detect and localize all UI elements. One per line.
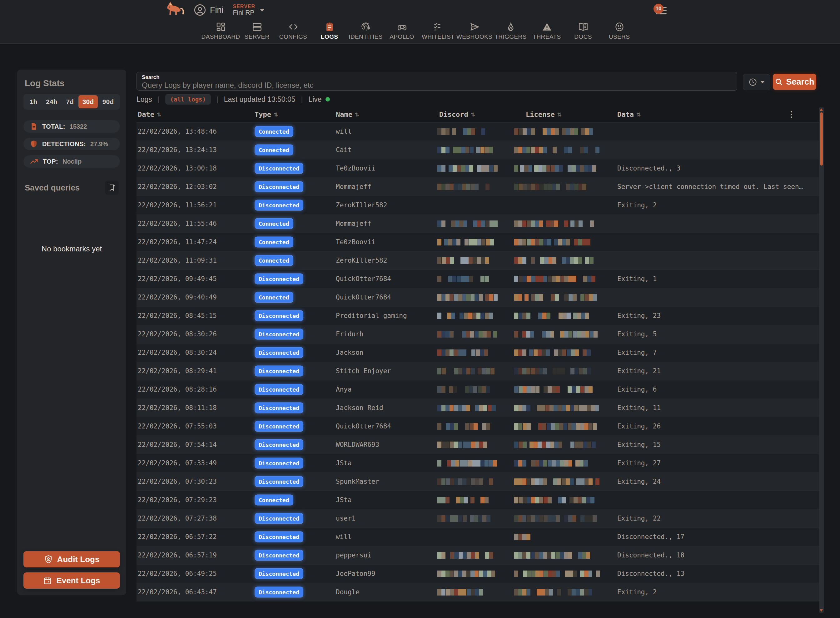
file-icon [30,122,38,131]
search-field[interactable]: Search [137,72,737,91]
range-90d[interactable]: 90d [98,95,118,108]
table-row[interactable]: 22/02/2026, 09:49:45DisconnectedQuickOtt… [137,270,819,288]
range-24h[interactable]: 24h [42,95,61,108]
column-header-discord[interactable]: Discord⇅ [439,111,475,118]
table-row[interactable]: 22/02/2026, 07:54:14DisconnectedWORLDWAR… [137,435,819,454]
nav-item-configs[interactable]: CONFIGS [275,22,311,40]
user-circle-icon [194,4,206,16]
row-data-text [617,288,805,306]
column-header-date[interactable]: Date⇅ [138,111,161,118]
table-row[interactable]: 22/02/2026, 12:03:02DisconnectedMommajef… [137,178,819,196]
scroll-down-arrow-icon[interactable] [820,609,823,612]
stat-value: 15322 [70,123,87,130]
row-data-text: Exiting, 15 [617,435,805,454]
table-row[interactable]: 22/02/2026, 13:00:18DisconnectedTe0zBoov… [137,159,819,178]
table-row[interactable]: 22/02/2026, 08:45:15DisconnectedPreditor… [137,307,819,325]
nav-label: IDENTITIES [349,33,383,40]
vertical-scrollbar[interactable] [819,107,824,613]
checklist-icon [433,22,443,32]
nav-item-apollo[interactable]: APOLLO [384,22,420,40]
table-row[interactable]: 22/02/2026, 11:56:21DisconnectedZeroKIll… [137,196,819,214]
nav-item-threats[interactable]: THREATS [529,22,565,40]
row-date: 22/02/2026, 08:30:26 [138,325,253,343]
redacted-value [437,368,495,374]
row-date: 22/02/2026, 06:43:47 [138,583,253,601]
row-data-text: Disconnected., 17 [617,528,805,546]
table-row[interactable]: 22/02/2026, 13:24:13ConnectedCait [137,141,819,159]
column-header-data[interactable]: Data⇅ [617,111,641,118]
range-7d[interactable]: 7d [62,95,78,108]
nav-item-triggers[interactable]: TRIGGERS [493,22,529,40]
redacted-value [514,589,593,596]
nav-item-identities[interactable]: IDENTITIES [348,22,384,40]
redacted-value [437,460,497,466]
row-player-name: QuickOtter7684 [336,417,436,435]
row-player-name: peppersui [336,546,436,564]
nav-item-dashboard[interactable]: DASHBOARD [203,22,239,40]
nav-item-docs[interactable]: DOCS [565,22,601,40]
search-input[interactable] [142,80,732,90]
column-header-name[interactable]: Name⇅ [336,111,359,118]
filter-pill[interactable]: (all logs) [165,94,211,105]
table-row[interactable]: 22/02/2026, 11:09:31ConnectedZeroKIller5… [137,251,819,270]
stat-top: TOP: Noclip [24,155,120,168]
column-header-license[interactable]: License⇅ [526,111,562,118]
row-data-text: Disconnected., 18 [617,546,805,564]
table-row[interactable]: 22/02/2026, 09:40:49ConnectedQuickOtter7… [137,288,819,307]
nav-label: USERS [609,33,630,40]
column-header-type[interactable]: Type⇅ [254,111,278,118]
nav-item-webhooks[interactable]: WEBHOOKS [456,22,493,40]
scrollbar-thumb[interactable] [820,113,823,165]
row-data-text: Exiting, 21 [617,362,805,380]
row-date: 22/02/2026, 11:09:31 [138,251,253,269]
nav-item-logs[interactable]: LOGS [311,22,348,40]
table-row[interactable]: 22/02/2026, 07:27:38Disconnecteduser1Exi… [137,510,819,528]
trend-up-icon [30,157,39,166]
row-date: 22/02/2026, 08:29:41 [138,362,253,380]
range-1h[interactable]: 1h [25,95,42,108]
table-row[interactable]: 22/02/2026, 07:30:23DisconnectedSpunkMas… [137,472,819,491]
nav-item-whitelist[interactable]: WHITELIST [420,22,456,40]
search-button[interactable]: Search [773,74,816,90]
table-row[interactable]: 22/02/2026, 06:57:19Disconnectedpeppersu… [137,546,819,565]
event-logs-button[interactable]: Event Logs [24,572,120,589]
redacted-value [437,331,505,337]
server-icon [252,22,262,32]
redacted-value [437,570,495,577]
table-row[interactable]: 22/02/2026, 07:29:23ConnectedJSta [137,491,819,510]
audit-logs-button[interactable]: Audit Logs [24,551,120,567]
table-row[interactable]: 22/02/2026, 06:57:22DisconnectedwillDisc… [137,528,819,546]
redacted-value [514,441,596,448]
nav-label: SERVER [244,33,269,40]
fingerprint-icon [361,22,371,32]
table-row[interactable]: 22/02/2026, 08:30:26DisconnectedFridurhE… [137,325,819,343]
redacted-value [437,128,492,135]
notifications-menu-button[interactable]: 10 [653,2,669,18]
search-icon [775,78,783,86]
nav-item-users[interactable]: USERS [601,22,638,40]
table-options-button[interactable] [787,110,795,120]
nav-item-server[interactable]: SERVER [239,22,275,40]
row-type-badge: Connected [254,237,293,248]
table-row[interactable]: 22/02/2026, 06:49:25DisconnectedJoePaton… [137,565,819,583]
time-filter-button[interactable] [743,74,770,90]
table-row[interactable]: 22/02/2026, 11:47:24ConnectedTe0zBoovii [137,233,819,251]
table-row[interactable]: 22/02/2026, 06:43:47DisconnectedDougleEx… [137,583,819,602]
nav-label: APOLLO [390,33,414,40]
row-player-name: Cait [336,141,436,159]
server-selector[interactable]: SERVER Fini RP [233,4,265,16]
logs-page: Fini SERVER Fini RP 10 DASHBOARD [0,0,840,618]
table-row[interactable]: 22/02/2026, 08:30:24DisconnectedJacksonE… [137,343,819,362]
table-row[interactable]: 22/02/2026, 13:48:46Connectedwill [137,122,819,141]
range-30d[interactable]: 30d [79,95,98,108]
add-bookmark-button[interactable] [105,181,119,195]
table-row[interactable]: 22/02/2026, 08:29:41DisconnectedStitch E… [137,362,819,380]
table-row[interactable]: 22/02/2026, 08:28:16DisconnectedAnyaExit… [137,380,819,399]
table-row[interactable]: 22/02/2026, 08:11:18DisconnectedJackson … [137,399,819,417]
user-chip[interactable]: Fini [194,4,224,16]
scroll-up-arrow-icon[interactable] [820,108,823,111]
table-row[interactable]: 22/02/2026, 07:55:03DisconnectedQuickOtt… [137,417,819,435]
table-row[interactable]: 22/02/2026, 07:33:49DisconnectedJStaExit… [137,454,819,472]
redacted-value [514,165,597,172]
table-row[interactable]: 22/02/2026, 11:55:46ConnectedMommajeff [137,214,819,233]
